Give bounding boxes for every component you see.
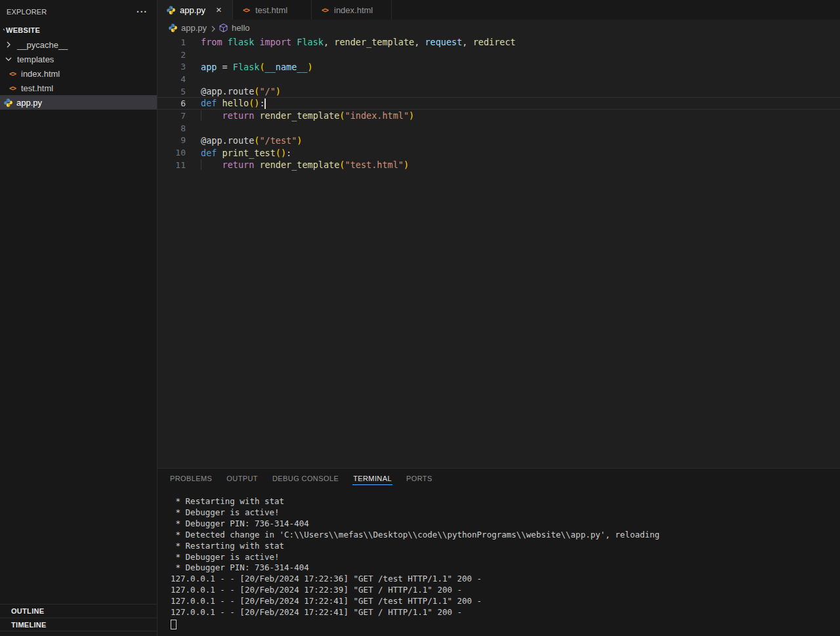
sidebar-item-pycache[interactable]: __pycache__ xyxy=(0,37,157,52)
chevron-down-icon xyxy=(1,25,5,35)
explorer-title: EXPLORER xyxy=(7,8,47,16)
chevron-right-icon xyxy=(3,39,14,50)
panel-tab-label: PROBLEMS xyxy=(169,472,213,485)
file-label: app.py xyxy=(16,98,42,108)
panel-tab-debug-console[interactable]: DEBUG CONSOLE xyxy=(265,469,346,488)
breadcrumb-separator-icon xyxy=(208,24,217,33)
code-line-9[interactable]: 9@app.route("/test") xyxy=(158,135,840,147)
explorer-header: EXPLORER ··· xyxy=(0,0,157,23)
panel-tab-label: PORTS xyxy=(406,472,433,485)
terminal-line: 127.0.0.1 - - [20/Feb/2024 17:22:36] "GE… xyxy=(171,574,840,585)
panel-tab-ports[interactable]: PORTS xyxy=(399,469,440,488)
panel-tab-label: TERMINAL xyxy=(352,472,392,485)
code-line-11[interactable]: 11 return render_template("test.html") xyxy=(158,159,840,171)
terminal-line: * Restarting with stat xyxy=(171,541,840,552)
line-number[interactable]: 11 xyxy=(158,160,186,170)
text-cursor xyxy=(264,98,266,109)
section-header-website[interactable]: WEBSITE xyxy=(0,23,157,37)
sidebar-item-templates[interactable]: templates xyxy=(0,52,157,66)
code-text: app = Flask(__name__) xyxy=(201,62,313,72)
panel-tab-label: DEBUG CONSOLE xyxy=(272,472,339,485)
bottom-panel: PROBLEMSOUTPUTDEBUG CONSOLETERMINALPORTS… xyxy=(158,468,840,636)
sidebar-item-test-html[interactable]: <>test.html xyxy=(0,81,157,95)
code-editor[interactable]: 1from flask import Flask, render_templat… xyxy=(158,36,840,468)
line-number[interactable]: 10 xyxy=(158,148,186,158)
line-number[interactable]: 1 xyxy=(158,37,186,47)
breadcrumb-item-hello[interactable]: hello xyxy=(219,23,249,33)
timeline-section-header[interactable]: TIMELINE xyxy=(0,618,157,631)
breadcrumb-label: hello xyxy=(232,23,249,33)
tab-index-html[interactable]: <>index.html xyxy=(312,0,392,20)
terminal-line: 127.0.0.1 - - [20/Feb/2024 17:22:39] "GE… xyxy=(171,585,840,596)
file-label: index.html xyxy=(21,69,60,79)
sidebar-item-app-py[interactable]: app.py xyxy=(0,95,157,110)
line-number[interactable]: 4 xyxy=(158,74,186,84)
breadcrumb-item-app-py[interactable]: app.py xyxy=(168,23,207,33)
code-line-6[interactable]: 6def hello(): xyxy=(158,97,840,110)
code-text: return render_template("index.html") xyxy=(201,110,414,121)
terminal-line: 127.0.0.1 - - [20/Feb/2024 17:22:41] "GE… xyxy=(171,607,840,618)
line-number[interactable]: 2 xyxy=(158,50,186,60)
section-label: WEBSITE xyxy=(6,26,40,34)
python-icon xyxy=(165,5,176,15)
editor-group: app.py×<>test.html<>index.html app.pyhel… xyxy=(158,0,840,636)
panel-tab-problems[interactable]: PROBLEMS xyxy=(163,469,219,488)
explorer-sidebar: EXPLORER ··· WEBSITE __pycache__template… xyxy=(0,0,158,636)
html-file-icon: <> xyxy=(241,5,251,15)
line-number[interactable]: 8 xyxy=(158,123,186,133)
tab-test-html[interactable]: <>test.html xyxy=(233,0,312,20)
terminal-output[interactable]: * Restarting with stat * Debugger is act… xyxy=(158,488,840,629)
file-label: test.html xyxy=(21,83,53,93)
line-number[interactable]: 5 xyxy=(158,87,186,96)
close-icon[interactable]: × xyxy=(216,6,222,14)
code-line-10[interactable]: 10def print_test(): xyxy=(158,146,840,159)
panel-tab-label: OUTPUT xyxy=(226,472,259,485)
code-line-2[interactable]: 2 xyxy=(158,49,840,61)
html-file-icon: <> xyxy=(320,5,330,15)
vscode-window: { "colors": { "accent_underline": "#4daa… xyxy=(0,0,840,636)
panel-tab-output[interactable]: OUTPUT xyxy=(219,469,265,488)
tab-label: app.py xyxy=(180,5,205,15)
panel-tab-terminal[interactable]: TERMINAL xyxy=(346,469,399,488)
code-text: def print_test(): xyxy=(201,148,291,158)
line-number[interactable]: 3 xyxy=(158,62,186,72)
tab-label: index.html xyxy=(334,5,373,15)
tab-app-py[interactable]: app.py× xyxy=(158,0,233,20)
more-actions-icon[interactable]: ··· xyxy=(136,9,148,15)
code-text: def hello(): xyxy=(201,98,266,109)
code-line-1[interactable]: 1from flask import Flask, render_templat… xyxy=(158,36,840,49)
sidebar-bottom-sections: OUTLINE TIMELINE xyxy=(0,604,157,631)
line-number[interactable]: 9 xyxy=(158,135,186,145)
code-text: @app.route("/") xyxy=(201,86,281,96)
code-line-5[interactable]: 5@app.route("/") xyxy=(158,85,840,98)
timeline-label: TIMELINE xyxy=(11,621,47,629)
python-icon xyxy=(168,23,178,33)
line-number[interactable]: 6 xyxy=(158,98,186,108)
code-text: return render_template("test.html") xyxy=(201,159,409,170)
outline-section-header[interactable]: OUTLINE xyxy=(0,604,157,618)
file-label: templates xyxy=(17,54,54,64)
editor-tab-bar: app.py×<>test.html<>index.html xyxy=(158,0,840,20)
tab-label: test.html xyxy=(255,5,287,15)
terminal-line: * Detected change in 'C:\\Users\\mefas\\… xyxy=(171,530,840,541)
terminal-line: 127.0.0.1 - - [20/Feb/2024 17:22:41] "GE… xyxy=(171,596,840,607)
sidebar-item-index-html[interactable]: <>index.html xyxy=(0,66,157,81)
file-label: __pycache__ xyxy=(17,40,68,50)
terminal-line: * Debugger PIN: 736-314-404 xyxy=(171,562,840,574)
terminal-line: * Debugger is active! xyxy=(171,507,840,519)
code-line-7[interactable]: 7 return render_template("index.html") xyxy=(158,110,840,122)
file-tree: __pycache__templates<>index.html<>test.h… xyxy=(0,37,157,110)
outline-label: OUTLINE xyxy=(11,607,44,615)
code-text: @app.route("/test") xyxy=(201,135,302,146)
line-number[interactable]: 7 xyxy=(158,111,186,121)
terminal-line: * Debugger PIN: 736-314-404 xyxy=(171,519,840,530)
python-icon xyxy=(3,97,13,108)
panel-tab-bar: PROBLEMSOUTPUTDEBUG CONSOLETERMINALPORTS xyxy=(158,469,840,488)
code-line-4[interactable]: 4 xyxy=(158,73,840,85)
symbol-cube-icon xyxy=(219,23,228,33)
chevron-down-icon xyxy=(3,54,14,64)
terminal-cursor xyxy=(171,620,177,629)
html-file-icon: <> xyxy=(7,83,18,93)
code-line-8[interactable]: 8 xyxy=(158,122,840,135)
code-line-3[interactable]: 3app = Flask(__name__) xyxy=(158,60,840,73)
